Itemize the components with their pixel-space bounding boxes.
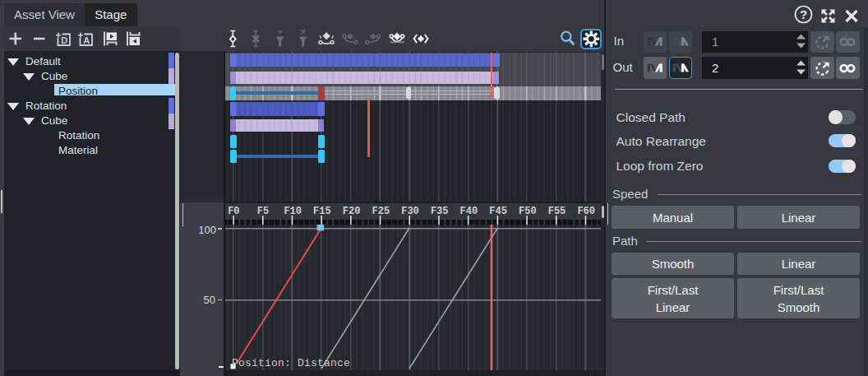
svg-text:?: ? [800, 7, 807, 21]
svg-text:A: A [83, 35, 90, 45]
svg-text:D: D [61, 35, 67, 45]
